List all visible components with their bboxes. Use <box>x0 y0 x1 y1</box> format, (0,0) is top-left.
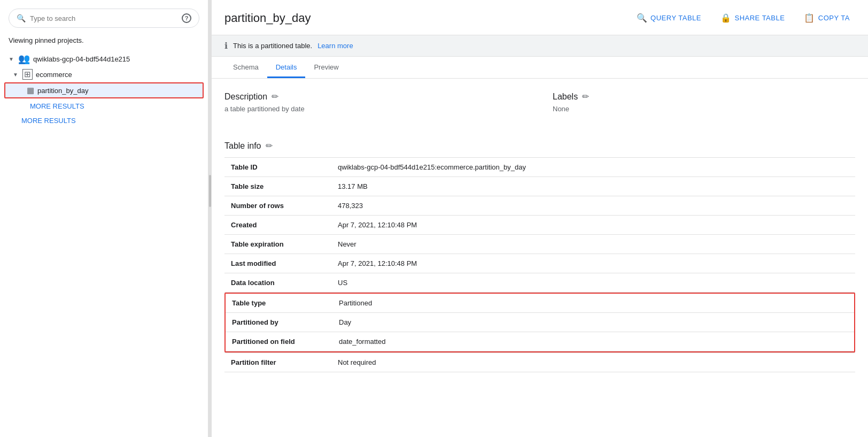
partition-box: Table type Partitioned Partitioned by Da… <box>224 293 855 352</box>
banner-text: This is a partitioned table. <box>233 42 312 50</box>
table-label: partition_by_day <box>37 87 88 95</box>
chevron-down-icon-2: ▼ <box>13 72 18 78</box>
page-title: partition_by_day <box>224 11 623 25</box>
row-value: 478,323 <box>331 196 855 216</box>
row-key: Table size <box>224 177 331 196</box>
sidebar-item-project[interactable]: ▼ 👥 qwiklabs-gcp-04-bdf544d1e215 <box>0 51 208 67</box>
table-info-table: Table ID qwiklabs-gcp-04-bdf544d1e215:ec… <box>224 157 855 293</box>
filter-row: Partition filter Not required <box>224 353 855 372</box>
table-info-edit-icon[interactable]: ✏ <box>266 141 273 151</box>
sidebar-item-dataset[interactable]: ▼ ⊞ ecommerce <box>0 67 208 82</box>
row-value: 13.17 MB <box>331 177 855 196</box>
filter-table: Partition filter Not required <box>224 352 855 372</box>
description-header: Description ✏ <box>224 91 527 102</box>
row-value: Not required <box>331 353 855 372</box>
main-content: partition_by_day 🔍 QUERY TABLE 🔒 SHARE T… <box>212 0 868 437</box>
description-title: Description <box>224 92 267 102</box>
info-banner: ℹ This is a partitioned table. Learn mor… <box>212 35 868 57</box>
query-table-button[interactable]: 🔍 QUERY TABLE <box>631 10 707 26</box>
row-key: Partitioned by <box>226 313 332 332</box>
sidebar-item-table[interactable]: ▦ partition_by_day <box>4 82 204 98</box>
description-labels-row: Description ✏ a table partitioned by dat… <box>224 91 855 126</box>
main-header: partition_by_day 🔍 QUERY TABLE 🔒 SHARE T… <box>212 0 868 35</box>
table-info-title: Table info ✏ <box>224 141 855 151</box>
row-key: Partitioned on field <box>226 332 332 351</box>
dataset-icon: ⊞ <box>22 69 33 80</box>
row-key: Last modified <box>224 254 331 273</box>
table-row: Table size 13.17 MB <box>224 177 855 196</box>
info-icon: ℹ <box>224 41 228 51</box>
row-value: Apr 7, 2021, 12:10:48 PM <box>331 216 855 235</box>
search-bar: 🔍 ? <box>9 9 199 28</box>
dataset-label: ecommerce <box>36 71 72 79</box>
more-results-2[interactable]: MORE RESULTS <box>0 113 208 128</box>
project-icon: 👥 <box>18 53 30 65</box>
copy-icon: 📋 <box>804 13 815 23</box>
row-value: Partitioned <box>332 294 854 313</box>
table-icon: ▦ <box>27 86 34 95</box>
description-edit-icon[interactable]: ✏ <box>272 91 278 102</box>
partition-row: Partitioned on field date_formatted <box>226 332 854 351</box>
row-key: Created <box>224 216 331 235</box>
content-area: Description ✏ a table partitioned by dat… <box>212 79 868 385</box>
table-row: Number of rows 478,323 <box>224 196 855 216</box>
help-icon[interactable]: ? <box>182 13 191 23</box>
tab-bar: Schema Details Preview <box>212 57 868 79</box>
description-section: Description ✏ a table partitioned by dat… <box>224 91 527 126</box>
partition-row: Partitioned by Day <box>226 313 854 332</box>
row-value: Never <box>331 235 855 254</box>
table-row: Table expiration Never <box>224 235 855 254</box>
row-key: Number of rows <box>224 196 331 216</box>
labels-edit-icon[interactable]: ✏ <box>582 91 589 102</box>
search-input[interactable] <box>30 14 177 22</box>
row-value: qwiklabs-gcp-04-bdf544d1e215:ecommerce.p… <box>331 158 855 177</box>
sidebar: 🔍 ? Viewing pinned projects. ▼ 👥 qwiklab… <box>0 0 208 437</box>
row-key: Table ID <box>224 158 331 177</box>
labels-value: None <box>553 105 855 113</box>
description-value: a table partitioned by date <box>224 105 527 113</box>
row-value: US <box>331 273 855 293</box>
labels-header: Labels ✏ <box>553 91 855 102</box>
row-key: Partition filter <box>224 353 331 372</box>
share-table-button[interactable]: 🔒 SHARE TABLE <box>715 10 790 26</box>
table-row: Created Apr 7, 2021, 12:10:48 PM <box>224 216 855 235</box>
scrollbar[interactable] <box>208 0 212 437</box>
tab-details[interactable]: Details <box>267 57 306 78</box>
search-icon: 🔍 <box>17 14 26 22</box>
tab-preview[interactable]: Preview <box>305 57 347 78</box>
chevron-down-icon: ▼ <box>9 56 14 62</box>
copy-table-button[interactable]: 📋 COPY TA <box>799 10 855 26</box>
labels-title: Labels <box>553 92 578 102</box>
partition-table: Table type Partitioned Partitioned by Da… <box>226 294 854 351</box>
row-key: Table expiration <box>224 235 331 254</box>
row-value: Day <box>332 313 854 332</box>
partition-row: Table type Partitioned <box>226 294 854 313</box>
query-icon: 🔍 <box>637 13 648 23</box>
row-value: Apr 7, 2021, 12:10:48 PM <box>331 254 855 273</box>
table-row: Last modified Apr 7, 2021, 12:10:48 PM <box>224 254 855 273</box>
row-key: Data location <box>224 273 331 293</box>
share-icon: 🔒 <box>720 13 732 23</box>
labels-section: Labels ✏ None <box>553 91 855 126</box>
learn-more-link[interactable]: Learn more <box>317 42 353 50</box>
tab-schema[interactable]: Schema <box>224 57 267 78</box>
table-row: Table ID qwiklabs-gcp-04-bdf544d1e215:ec… <box>224 158 855 177</box>
table-row: Data location US <box>224 273 855 293</box>
row-key: Table type <box>226 294 332 313</box>
more-results-1[interactable]: MORE RESULTS <box>0 99 208 113</box>
viewing-text: Viewing pinned projects. <box>0 36 208 51</box>
table-info-section: Table info ✏ Table ID qwiklabs-gcp-04-bd… <box>224 141 855 372</box>
project-label: qwiklabs-gcp-04-bdf544d1e215 <box>33 55 130 63</box>
row-value: date_formatted <box>332 332 854 351</box>
